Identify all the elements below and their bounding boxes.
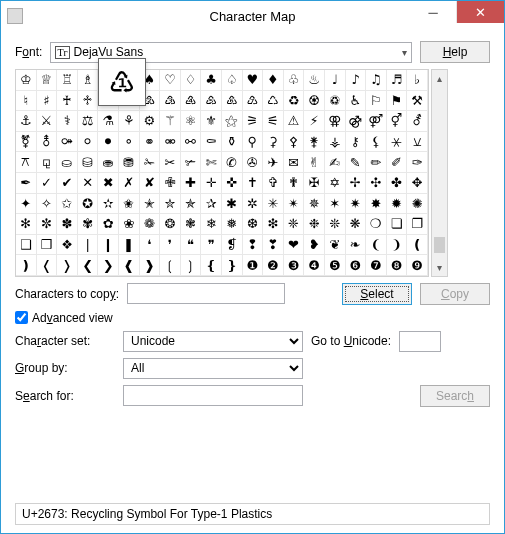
char-cell[interactable]: ❨ [366,235,387,256]
char-cell[interactable]: ✕ [78,173,99,194]
char-cell[interactable]: ✽ [57,214,78,235]
char-cell[interactable]: ✶ [325,194,346,215]
char-cell[interactable]: ❅ [222,214,243,235]
help-button[interactable]: Help [420,41,490,63]
char-cell[interactable]: ✠ [304,173,325,194]
copy-button[interactable]: Copy [420,283,490,305]
char-cell[interactable]: ❦ [325,235,346,256]
char-cell[interactable]: ❝ [181,235,202,256]
char-cell[interactable]: ❂ [160,214,181,235]
char-cell[interactable]: ✡ [325,173,346,194]
char-cell[interactable]: ❲ [160,255,181,276]
char-cell[interactable]: ❉ [304,214,325,235]
char-cell[interactable]: ✬ [119,194,140,215]
char-cell[interactable]: ⚟ [263,111,284,132]
char-cell[interactable]: ⚹ [387,132,408,153]
char-cell[interactable]: ✝ [243,173,264,194]
char-cell[interactable]: ♢ [181,70,202,91]
char-cell[interactable]: ♕ [37,70,58,91]
char-cell[interactable]: ♡ [160,70,181,91]
char-cell[interactable]: ✂ [160,152,181,173]
char-cell[interactable]: ⚔ [37,111,58,132]
char-cell[interactable]: ❹ [304,255,325,276]
char-cell[interactable]: ❸ [284,255,305,276]
char-cell[interactable]: ❱ [140,255,161,276]
char-cell[interactable]: ⚱ [222,132,243,153]
char-cell[interactable]: ❖ [57,235,78,256]
char-cell[interactable]: ⚲ [243,132,264,153]
char-cell[interactable]: ❬ [37,255,58,276]
char-cell[interactable]: ⚥ [387,111,408,132]
close-button[interactable]: ✕ [456,1,504,23]
char-cell[interactable]: ✪ [78,194,99,215]
char-cell[interactable]: ⚳ [263,132,284,153]
char-cell[interactable]: ♽ [325,91,346,112]
char-cell[interactable]: ⚓ [16,111,37,132]
char-cell[interactable]: ✛ [201,173,222,194]
char-cell[interactable]: ⚺ [407,132,428,153]
char-cell[interactable]: ♨ [304,70,325,91]
char-cell[interactable]: ❙ [98,235,119,256]
char-cell[interactable]: ✗ [119,173,140,194]
char-cell[interactable]: ♖ [57,70,78,91]
char-cell[interactable]: ✚ [181,173,202,194]
char-cell[interactable]: ❤ [284,235,305,256]
char-cell[interactable]: ✜ [222,173,243,194]
char-cell[interactable]: ♩ [325,70,346,91]
advanced-view-checkbox[interactable] [15,311,28,324]
char-cell[interactable]: ♹ [243,91,264,112]
char-cell[interactable]: ❜ [160,235,181,256]
char-cell[interactable]: ❰ [119,255,140,276]
char-cell[interactable]: ♗ [78,70,99,91]
char-cell[interactable]: ✑ [407,152,428,173]
char-cell[interactable]: ♰ [57,91,78,112]
char-cell[interactable]: ♶ [181,91,202,112]
char-cell[interactable]: ✈ [263,152,284,173]
char-cell[interactable]: ⚑ [387,91,408,112]
char-cell[interactable]: ✷ [346,194,367,215]
char-cell[interactable]: ✵ [304,194,325,215]
char-cell[interactable]: ❻ [346,255,367,276]
char-cell[interactable]: ✺ [407,194,428,215]
char-cell[interactable]: ⚯ [181,132,202,153]
char-cell[interactable]: ❯ [98,255,119,276]
char-cell[interactable]: ⚣ [346,111,367,132]
char-cell[interactable]: ❑ [16,235,37,256]
advanced-view-label[interactable]: Advanced view [32,311,113,325]
char-cell[interactable]: ✮ [160,194,181,215]
char-cell[interactable]: ✧ [37,194,58,215]
char-cell[interactable]: ♷ [201,91,222,112]
scroll-track[interactable] [432,87,447,259]
char-cell[interactable]: ✻ [16,214,37,235]
char-cell[interactable]: ♬ [387,70,408,91]
char-cell[interactable]: ♼ [304,91,325,112]
char-cell[interactable]: ⛃ [119,152,140,173]
char-cell[interactable]: ✇ [243,152,264,173]
char-cell[interactable]: ⚦ [407,111,428,132]
char-cell[interactable]: ❷ [263,255,284,276]
char-cell[interactable]: ⚢ [325,111,346,132]
char-cell[interactable]: ⚭ [140,132,161,153]
char-cell[interactable]: ❆ [243,214,264,235]
char-cell[interactable]: ⚝ [222,111,243,132]
char-cell[interactable]: ⚤ [366,111,387,132]
char-cell[interactable]: ⚐ [366,91,387,112]
char-cell[interactable]: ♭ [407,70,428,91]
char-cell[interactable]: ♿ [346,91,367,112]
char-cell[interactable]: ❪ [407,235,428,256]
char-cell[interactable]: ❊ [325,214,346,235]
char-cell[interactable]: ⚩ [57,132,78,153]
char-cell[interactable]: ❋ [346,214,367,235]
char-cell[interactable]: ⚻ [16,152,37,173]
char-cell[interactable]: ♵ [160,91,181,112]
char-cell[interactable]: ✣ [366,173,387,194]
char-cell[interactable]: ❏ [387,214,408,235]
char-cell[interactable]: ⚨ [37,132,58,153]
char-cell[interactable]: ❃ [181,214,202,235]
char-cell[interactable]: ⚛ [181,111,202,132]
char-cell[interactable]: ✼ [37,214,58,235]
char-cell[interactable]: ❫ [16,255,37,276]
select-button[interactable]: Select [342,283,412,305]
char-cell[interactable]: ✓ [37,173,58,194]
char-cell[interactable]: ⚵ [304,132,325,153]
